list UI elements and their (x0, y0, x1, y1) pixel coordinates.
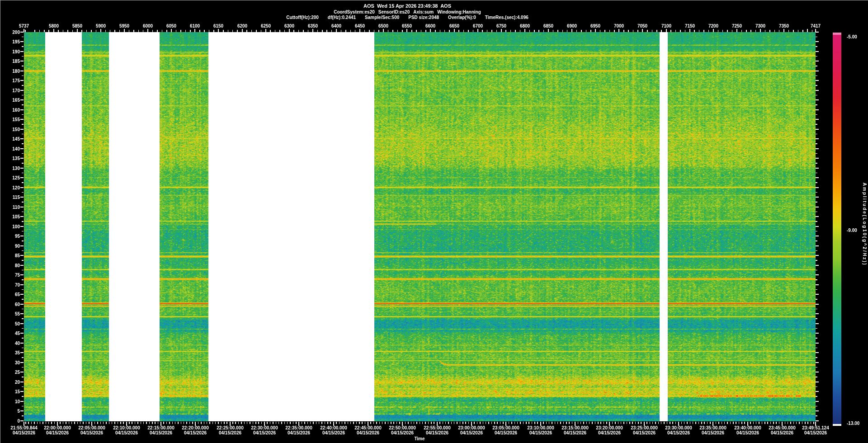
freq-axis-right-minor-tick (816, 279, 817, 280)
freq-axis-right-major-tick (816, 236, 819, 236)
freq-axis-minor-tick (22, 357, 24, 358)
time-axis-minor-tick (204, 422, 205, 424)
time-axis-minor-tick (439, 422, 440, 424)
freq-axis-major-tick (20, 401, 24, 402)
top-axis-minor-tick (741, 30, 742, 32)
time-axis-minor-tick (580, 422, 581, 424)
freq-axis-right-minor-tick (816, 309, 817, 310)
freq-axis-right-major-tick (816, 119, 819, 120)
time-axis-minor-tick (457, 422, 458, 424)
freq-axis-right-minor-tick (816, 270, 817, 271)
top-axis-major-tick (548, 29, 549, 32)
time-axis-minor-tick (25, 422, 26, 424)
time-axis-label-date: 04/15/2026 (699, 430, 726, 435)
time-axis-minor-tick (716, 422, 717, 424)
spectrogram-plot[interactable] (24, 32, 816, 421)
param-5: TimeRes.(sec):4.096 (481, 15, 533, 20)
time-axis-minor-tick (707, 422, 708, 424)
freq-axis-right-major-tick (816, 294, 819, 295)
top-axis-label: 7000 (614, 24, 624, 28)
top-axis-minor-tick (119, 30, 120, 32)
freq-axis-right-major-tick (816, 99, 819, 100)
time-axis-minor-tick (652, 422, 653, 424)
time-axis-minor-tick (592, 422, 593, 424)
freq-axis-label: 100 (12, 224, 20, 229)
time-axis-minor-tick (149, 422, 150, 424)
time-axis-minor-tick (497, 422, 498, 424)
top-axis-minor-tick (586, 30, 587, 32)
freq-axis-major-tick (20, 245, 24, 246)
top-axis-major-tick (383, 29, 384, 32)
top-axis-minor-tick (769, 30, 770, 32)
top-axis-minor-tick (232, 30, 233, 32)
top-axis-minor-tick (421, 30, 422, 32)
top-axis-major-tick (24, 29, 24, 32)
time-axis-minor-tick (741, 422, 742, 424)
time-axis-minor-tick (169, 422, 170, 424)
time-axis-minor-tick (483, 422, 484, 424)
freq-axis-label: 45 (15, 331, 20, 336)
freq-axis-major-tick (20, 158, 24, 159)
time-axis-minor-tick (166, 422, 167, 424)
time-axis-label-date: 04/15/2026 (251, 430, 278, 435)
top-axis-minor-tick (317, 30, 318, 32)
freq-axis-right-minor-tick (816, 66, 817, 66)
time-axis-minor-tick (391, 422, 392, 424)
freq-axis-right-major-tick (816, 207, 819, 207)
time-axis-minor-tick (465, 422, 466, 424)
top-axis-major-tick (618, 29, 619, 32)
time-axis-label: 22:50:00.00004/15/2026 (389, 425, 416, 435)
freq-axis-minor-tick (22, 202, 24, 203)
time-axis-minor-tick (753, 422, 754, 424)
time-axis-minor-tick (393, 422, 394, 424)
freq-axis-label: 0 (17, 418, 20, 423)
top-axis-minor-tick (562, 30, 563, 32)
freq-axis-minor-tick (22, 173, 24, 174)
top-axis-minor-tick (133, 30, 134, 32)
freq-axis-label: 195 (12, 39, 20, 44)
top-axis-minor-tick (293, 30, 294, 32)
time-axis-minor-tick (632, 422, 633, 424)
top-axis-minor-tick (190, 30, 191, 32)
freq-axis-minor-tick (22, 66, 24, 66)
freq-axis-minor-tick (22, 46, 24, 47)
time-axis-minor-tick (664, 422, 665, 424)
time-axis-minor-tick (638, 422, 639, 424)
time-axis-minor-tick (779, 422, 780, 424)
param-0: Cuttoff(Hz):200 (282, 15, 323, 20)
time-axis-minor-tick (555, 422, 556, 424)
time-axis-minor-tick (224, 422, 225, 424)
top-axis-minor-tick (581, 30, 582, 32)
freq-axis-right-minor-tick (816, 163, 817, 164)
time-axis-minor-tick (526, 422, 527, 424)
time-axis-label: 23:20:00.00004/15/2026 (596, 425, 623, 435)
time-axis-label-time: 23:05:00.000 (492, 425, 519, 430)
freq-axis-major-tick (20, 274, 24, 275)
freq-axis-label: 5 (17, 409, 20, 414)
time-axis-minor-tick (569, 422, 570, 424)
freq-axis-major-tick (20, 343, 24, 344)
top-axis-label: 7250 (732, 24, 742, 28)
top-axis-major-tick (265, 29, 266, 32)
time-axis-minor-tick (218, 422, 219, 424)
top-axis-major-tick (53, 29, 54, 32)
freq-axis-major-tick (20, 109, 24, 110)
time-axis-label: 23:45:00.00004/15/2026 (769, 425, 796, 435)
time-axis-minor-tick (327, 422, 328, 424)
freq-axis-major-tick (20, 90, 24, 91)
time-axis-label-date: 04/15/2026 (424, 430, 451, 435)
top-axis-minor-tick (604, 30, 605, 32)
top-axis-label: 6950 (590, 24, 600, 28)
freq-axis-major-tick (20, 207, 24, 207)
time-axis-label: 22:45:00.00004/15/2026 (354, 425, 382, 435)
top-axis-minor-tick (402, 30, 403, 32)
top-axis-minor-tick (86, 30, 87, 32)
top-axis-major-tick (336, 29, 337, 32)
freq-axis-right-major-tick (816, 391, 819, 392)
time-axis-minor-tick (399, 422, 400, 424)
time-axis-minor-tick (612, 422, 613, 424)
time-axis-minor-tick (767, 422, 768, 424)
top-axis-minor-tick (623, 30, 624, 32)
time-axis-minor-tick (629, 422, 630, 424)
time-axis-minor-tick (730, 422, 731, 424)
